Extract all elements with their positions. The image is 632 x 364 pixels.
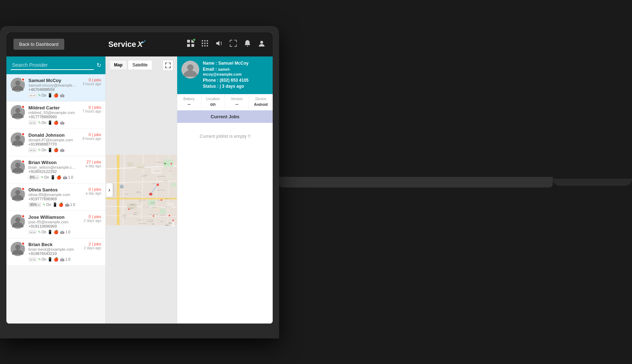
list-item[interactable]: Olivia Santos olivia-89@example.com +919…	[6, 184, 105, 211]
svg-point-5	[204, 40, 206, 42]
version-badge: 🤖	[60, 148, 64, 152]
svg-text:me Centre: me Centre	[125, 193, 129, 194]
bell-icon[interactable]	[244, 39, 251, 49]
svg-text:Dr Health: Dr Health	[165, 225, 169, 226]
svg-text:−: −	[173, 224, 174, 226]
version-stat: Version --	[225, 94, 249, 110]
expand-icon[interactable]	[229, 39, 237, 49]
status-indicator: ✎ On	[38, 93, 46, 97]
status-indicator: ✎ On	[43, 203, 51, 207]
search-input[interactable]	[11, 61, 94, 70]
svg-point-23	[15, 190, 20, 195]
back-to-dashboard-button[interactable]: Back to Dashboard	[13, 39, 64, 50]
svg-point-19	[15, 135, 20, 140]
apps-icon[interactable]	[201, 39, 209, 49]
svg-text:Bangale: Bangale	[166, 224, 169, 224]
provider-info: Brian Wilson brian_wilson@example.com +9…	[28, 160, 76, 180]
svg-text:H: H	[171, 163, 172, 164]
svg-text:Swami Jain Mandir: Swami Jain Mandir	[156, 161, 163, 162]
list-item[interactable]: Brian Beck brian-beck@example.com +91987…	[6, 238, 105, 266]
volume-icon[interactable]	[215, 39, 223, 49]
svg-point-9	[207, 43, 208, 44]
sidebar-toggle-button[interactable]: ›	[106, 183, 113, 197]
svg-text:Shrine of St: Shrine of St	[151, 202, 156, 203]
provider-name: Brian Wilson	[28, 160, 76, 165]
jobs-col: 27 | jobs a day ago	[80, 160, 101, 168]
svg-text:Water Tank: Water Tank	[160, 221, 164, 222]
provider-info: Samuel McCoy samuel-mccoy@example.com +4…	[28, 78, 76, 98]
right-panel: Name : Samuel McCoy Email : samel-mcoy@e…	[177, 56, 273, 324]
device-icons: 📱 🍎	[48, 257, 59, 262]
device-icons: 📱 🍎	[53, 202, 64, 207]
svg-text:H: H	[129, 209, 129, 210]
provider-name: Donald Johnson	[28, 132, 76, 138]
version-value: --	[235, 102, 238, 107]
main-content: ↻ Samuel McCoy samuel-mccoy@example.com …	[6, 56, 273, 324]
provider-list: Samuel McCoy samuel-mccoy@example.com +4…	[6, 74, 105, 324]
battery-badge: -- –	[28, 93, 37, 98]
current-jobs-empty: Current joblist is empty !!	[177, 123, 273, 150]
location-value: on	[210, 102, 216, 107]
top-icons-group	[187, 39, 266, 49]
provider-email: jose-95@example.com	[28, 220, 76, 224]
svg-point-25	[15, 217, 20, 222]
svg-text:Union Bank of India: Union Bank of India	[142, 206, 150, 207]
laptop-stand	[553, 179, 632, 186]
user-profile-icon[interactable]	[258, 39, 266, 49]
svg-text:Corporation: Corporation	[134, 212, 138, 213]
list-item[interactable]: Mildred Carter mildred_93@example.com +9…	[6, 102, 105, 129]
logo-x-icon: X✓	[137, 40, 143, 49]
satellite-tab[interactable]: Satellite	[128, 60, 152, 70]
device-value: Android	[254, 103, 268, 107]
svg-text:Poorr: Poorr	[170, 202, 172, 202]
list-item[interactable]: Brian Wilson brian_wilson@example.com +9…	[6, 156, 105, 184]
svg-text:H: H	[169, 215, 170, 216]
list-item[interactable]: Jose Williamson jose-95@example.com +919…	[6, 211, 105, 238]
provider-email: brian-beck@example.com	[28, 247, 76, 251]
map-tab[interactable]: Map	[109, 60, 127, 70]
list-item[interactable]: Donald Johnson donald-87@example.com +91…	[6, 129, 105, 156]
user-phone-line: Phone : (832) 653 4105	[203, 78, 268, 83]
jobs-count: 0 | jobs	[80, 78, 101, 82]
svg-text:Dr.TV Ramesh: Dr.TV Ramesh	[128, 207, 134, 208]
online-dot	[21, 242, 25, 245]
svg-text:Ganganagar: Ganganagar	[122, 215, 126, 216]
provider-email: samuel-mccoy@example.com	[28, 83, 76, 87]
provider-meta: 95% – ✎ On 📱 🍎 🤖 1.0	[28, 202, 76, 207]
jobs-count: 0 | jobs	[80, 214, 101, 219]
battery-badge: -- –	[28, 120, 37, 125]
svg-text:Ganganagar: Ganganagar	[133, 214, 138, 215]
map-expand-button[interactable]	[163, 60, 173, 71]
provider-info: Olivia Santos olivia-89@example.com +919…	[28, 187, 76, 207]
jobs-count: 0 | jobs	[80, 105, 101, 109]
svg-text:ICICI Bank RT: ICICI Bank RT	[148, 219, 154, 221]
svg-text:Baptist Hospital: Baptist Hospital	[154, 170, 160, 172]
status-indicator: ✎ On	[41, 175, 49, 179]
jobs-col: 0 | jobs 3 hours ago	[80, 78, 101, 86]
battery-value: --	[187, 102, 190, 107]
battery-badge: -- –	[28, 148, 37, 152]
svg-rect-29	[117, 154, 119, 225]
list-item[interactable]: Samuel McCoy samuel-mccoy@example.com +4…	[6, 74, 105, 102]
sidebar: ↻ Samuel McCoy samuel-mccoy@example.com …	[6, 56, 106, 324]
svg-text:HMT Ground: HMT Ground	[152, 207, 157, 208]
refresh-button[interactable]: ↻	[97, 62, 101, 69]
jobs-count: 0 | jobs	[80, 187, 101, 191]
svg-rect-2	[187, 44, 190, 47]
provider-name: Samuel McCoy	[28, 78, 76, 83]
battery-badge: -- –	[28, 257, 37, 262]
logo-text: Service	[108, 40, 136, 49]
location-stat: Location on	[201, 94, 225, 110]
version-badge: 🤖 1.0	[60, 230, 70, 234]
svg-text:State Bank of India: State Bank of India	[138, 167, 145, 168]
device-icons: 📱 🍎	[48, 93, 59, 98]
job-time: 7 hours ago	[80, 109, 101, 113]
provider-name: Mildred Carter	[28, 105, 76, 110]
provider-phone: +46704888559	[28, 87, 76, 92]
svg-point-12	[207, 45, 208, 47]
provider-meta: -- – ✎ On 📱 🍎 🤖	[28, 93, 76, 98]
provider-info: Brian Beck brian-beck@example.com +91987…	[28, 242, 76, 262]
grid-icon[interactable]	[187, 39, 195, 49]
job-time: a day ago	[80, 191, 101, 195]
job-time: 2 days ago	[80, 246, 101, 250]
